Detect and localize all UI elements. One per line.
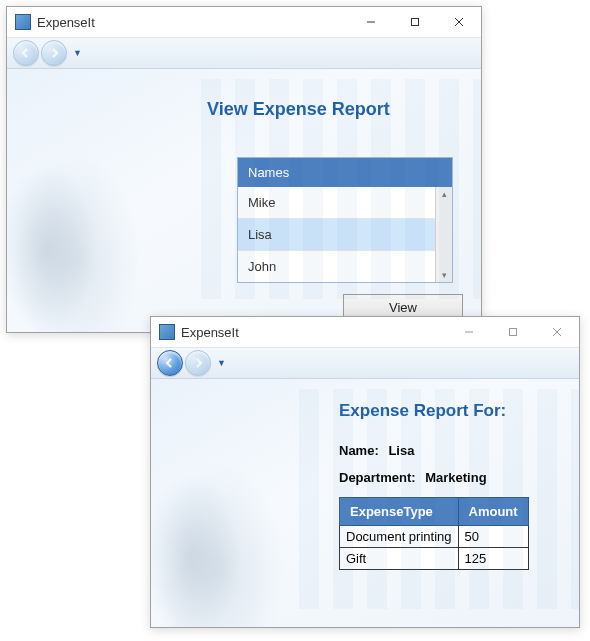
- titlebar[interactable]: ExpenseIt: [7, 7, 481, 38]
- maximize-button[interactable]: [491, 317, 535, 347]
- expense-table: ExpenseType Amount Document printing 50 …: [339, 497, 529, 570]
- client-area: View Expense Report Names Mike Lisa John…: [7, 69, 481, 332]
- list-item[interactable]: Lisa: [238, 219, 435, 251]
- close-button[interactable]: [437, 7, 481, 37]
- table-header-row: ExpenseType Amount: [340, 498, 529, 526]
- table-row: Gift 125: [340, 548, 529, 570]
- scroll-down-icon[interactable]: ▾: [436, 268, 452, 282]
- nav-forward-button[interactable]: [185, 350, 211, 376]
- nav-forward-button[interactable]: [41, 40, 67, 66]
- list-item[interactable]: John: [238, 251, 435, 282]
- window-expense-report: ExpenseIt ▼ Expense Report For: Name: Li…: [150, 316, 580, 628]
- list-item[interactable]: Mike: [238, 187, 435, 219]
- window-title: ExpenseIt: [37, 15, 95, 30]
- nav-history-dropdown[interactable]: ▼: [213, 358, 228, 368]
- close-button[interactable]: [535, 317, 579, 347]
- col-amount: Amount: [458, 498, 528, 526]
- cell-amount: 50: [458, 526, 528, 548]
- nav-back-button[interactable]: [13, 40, 39, 66]
- minimize-button[interactable]: [447, 317, 491, 347]
- client-area: Expense Report For: Name: Lisa Departmen…: [151, 379, 579, 627]
- nav-back-button[interactable]: [157, 350, 183, 376]
- page-heading: Expense Report For:: [339, 401, 506, 421]
- nav-toolbar: ▼: [7, 38, 481, 69]
- list-header: Names: [238, 158, 452, 187]
- list-scrollbar[interactable]: ▴ ▾: [435, 187, 452, 282]
- report-details: Name: Lisa Department: Marketing Expense…: [339, 437, 561, 570]
- svg-rect-5: [510, 329, 517, 336]
- minimize-button[interactable]: [349, 7, 393, 37]
- cell-amount: 125: [458, 548, 528, 570]
- department-label: Department:: [339, 470, 416, 485]
- maximize-button[interactable]: [393, 7, 437, 37]
- window-title: ExpenseIt: [181, 325, 239, 340]
- department-value: Marketing: [425, 470, 486, 485]
- col-expense-type: ExpenseType: [340, 498, 459, 526]
- name-value: Lisa: [388, 443, 414, 458]
- app-icon: [159, 324, 175, 340]
- svg-rect-1: [412, 19, 419, 26]
- table-row: Document printing 50: [340, 526, 529, 548]
- cell-type: Gift: [340, 548, 459, 570]
- app-icon: [15, 14, 31, 30]
- titlebar[interactable]: ExpenseIt: [151, 317, 579, 348]
- page-heading: View Expense Report: [207, 99, 390, 120]
- name-label: Name:: [339, 443, 379, 458]
- scroll-up-icon[interactable]: ▴: [436, 187, 452, 201]
- names-list: Names Mike Lisa John ▴ ▾: [237, 157, 453, 283]
- window-expense-list: ExpenseIt ▼ View Expense Report Names Mi…: [6, 6, 482, 333]
- nav-toolbar: ▼: [151, 348, 579, 379]
- nav-history-dropdown[interactable]: ▼: [69, 48, 84, 58]
- cell-type: Document printing: [340, 526, 459, 548]
